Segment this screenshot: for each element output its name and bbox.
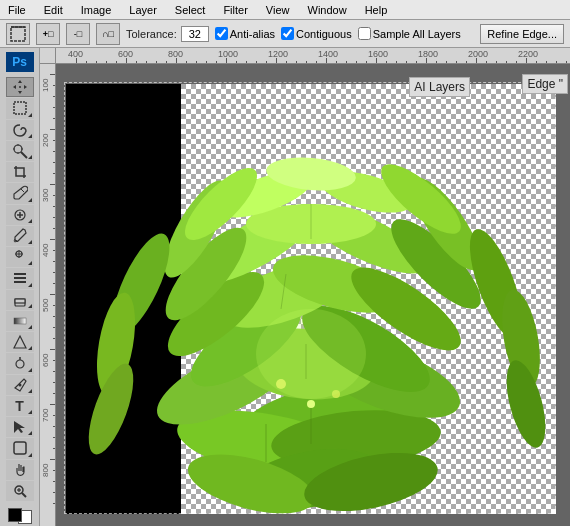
tool-shape[interactable] — [6, 438, 34, 458]
ruler-v-canvas — [40, 64, 56, 526]
svg-line-9 — [21, 189, 24, 192]
options-bar: +□ -□ ∩□ Tolerance: Anti-alias Contiguou… — [0, 20, 570, 48]
menu-image[interactable]: Image — [77, 4, 116, 16]
menu-filter[interactable]: Filter — [219, 4, 251, 16]
ruler-container — [40, 48, 570, 526]
tool-eyedropper[interactable] — [6, 183, 34, 203]
toolbox: Ps — [0, 48, 40, 526]
antialias-checkbox-group[interactable]: Anti-alias — [215, 27, 275, 40]
color-swatches[interactable] — [6, 506, 34, 526]
svg-rect-2 — [14, 102, 26, 114]
svg-rect-21 — [14, 318, 26, 324]
svg-point-71 — [256, 309, 366, 399]
svg-rect-17 — [14, 277, 26, 279]
svg-point-24 — [18, 383, 21, 386]
tool-rect-marquee[interactable] — [6, 98, 34, 118]
plant-image — [66, 84, 556, 514]
tool-magic-wand[interactable] — [6, 141, 34, 161]
app-layout: Ps — [0, 48, 570, 526]
ai-layers-label: AI Layers — [409, 77, 470, 97]
svg-point-22 — [16, 360, 24, 368]
svg-rect-25 — [14, 442, 26, 454]
subtract-selection-icon[interactable]: -□ — [66, 23, 90, 45]
menu-help[interactable]: Help — [361, 4, 392, 16]
contiguous-checkbox-group[interactable]: Contiguous — [281, 27, 352, 40]
contiguous-checkbox[interactable] — [281, 27, 294, 40]
tool-healing[interactable] — [6, 205, 34, 225]
svg-rect-20 — [15, 299, 25, 303]
antialias-checkbox[interactable] — [215, 27, 228, 40]
tolerance-label: Tolerance: — [126, 28, 177, 40]
sample-all-checkbox-group[interactable]: Sample All Layers — [358, 27, 461, 40]
svg-rect-16 — [14, 273, 26, 275]
menu-view[interactable]: View — [262, 4, 294, 16]
tool-zoom[interactable] — [6, 481, 34, 501]
tool-gradient[interactable] — [6, 311, 34, 331]
tool-move[interactable] — [6, 77, 34, 97]
add-selection-icon[interactable]: +□ — [36, 23, 60, 45]
menu-layer[interactable]: Layer — [125, 4, 161, 16]
svg-point-69 — [307, 400, 315, 408]
menu-file[interactable]: File — [4, 4, 30, 16]
tool-brush[interactable] — [6, 226, 34, 246]
tool-type[interactable]: T — [6, 396, 34, 416]
contiguous-label: Contiguous — [296, 28, 352, 40]
tolerance-input[interactable] — [181, 26, 209, 42]
tool-clone[interactable] — [6, 247, 34, 267]
tool-lasso[interactable] — [6, 120, 34, 140]
tool-hand[interactable] — [6, 460, 34, 480]
canvas-area: AI Layers Edge " — [40, 48, 570, 526]
canvas-scroll[interactable] — [56, 64, 570, 526]
ruler-corner — [40, 48, 56, 64]
svg-point-58 — [499, 356, 553, 451]
intersect-selection-icon[interactable]: ∩□ — [96, 23, 120, 45]
edge-label: Edge " — [522, 74, 568, 94]
ruler-vertical — [40, 64, 56, 526]
tool-history[interactable] — [6, 268, 34, 288]
canvas-inner — [56, 64, 570, 526]
tool-pen[interactable] — [6, 375, 34, 395]
menu-bar: File Edit Image Layer Select Filter View… — [0, 0, 570, 20]
tool-crop[interactable] — [6, 162, 34, 182]
ruler-horizontal — [56, 48, 570, 64]
sample-all-label: Sample All Layers — [373, 28, 461, 40]
tool-eraser[interactable] — [6, 290, 34, 310]
ps-logo: Ps — [6, 52, 34, 72]
svg-rect-18 — [14, 281, 26, 283]
tool-icon[interactable] — [6, 23, 30, 45]
menu-window[interactable]: Window — [304, 4, 351, 16]
sample-all-checkbox[interactable] — [358, 27, 371, 40]
fg-color-swatch[interactable] — [8, 508, 22, 522]
ruler-h-canvas — [56, 48, 570, 64]
menu-select[interactable]: Select — [171, 4, 210, 16]
svg-line-27 — [22, 493, 26, 497]
tolerance-group: Tolerance: — [126, 26, 209, 42]
svg-line-3 — [21, 152, 27, 158]
antialias-label: Anti-alias — [230, 28, 275, 40]
tool-blur[interactable] — [6, 332, 34, 352]
svg-rect-0 — [11, 27, 25, 41]
refine-edge-button[interactable]: Refine Edge... — [480, 24, 564, 44]
tool-path-select[interactable] — [6, 417, 34, 437]
svg-point-4 — [14, 145, 22, 153]
tool-dodge[interactable] — [6, 353, 34, 373]
menu-edit[interactable]: Edit — [40, 4, 67, 16]
